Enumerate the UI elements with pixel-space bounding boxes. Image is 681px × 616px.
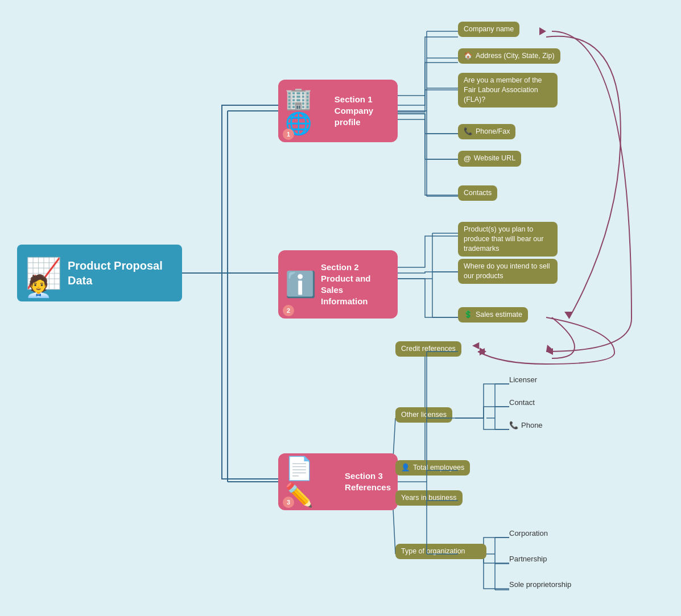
sub-contact: Contact xyxy=(509,398,535,407)
leaf-phone: 📞 Phone/Fax xyxy=(458,124,515,139)
leaf-credit: Credit references xyxy=(395,341,461,357)
section-3-num: 3 xyxy=(283,497,294,508)
partnership-label: Partnership xyxy=(509,555,547,563)
section-2-node: ℹ️ Section 2Product and SalesInformation… xyxy=(278,250,398,319)
leaf-years: Years in business xyxy=(395,490,463,506)
credit-label: Credit references xyxy=(401,344,456,354)
sub-phone: 📞 Phone xyxy=(509,421,543,429)
employee-icon: 👤 xyxy=(401,463,410,473)
root-node: 📈 Product Proposal Data 🧑‍💼 xyxy=(17,245,182,301)
fla-label: Are you a member of the Fair Labour Asso… xyxy=(464,76,552,105)
section-3-label: Section 3References xyxy=(345,470,391,494)
products-label: Product(s) you plan to produce that will… xyxy=(464,225,552,254)
phone-icon: 📞 xyxy=(464,127,473,137)
contact-label: Contact xyxy=(509,398,535,407)
section-1-icon: 🏢🌐 xyxy=(285,86,330,136)
person-icon: 🧑‍💼 xyxy=(25,274,52,299)
leaf-company-name: Company name xyxy=(458,22,519,37)
svg-marker-41 xyxy=(480,348,486,355)
section-2-label: Section 2Product and SalesInformation xyxy=(321,262,391,308)
company-name-label: Company name xyxy=(464,24,514,34)
contacts-label: Contacts xyxy=(464,188,492,198)
leaf-org-type: Type of organization xyxy=(395,544,486,559)
root-label: Product Proposal Data xyxy=(68,258,174,288)
sub-partnership: Partnership xyxy=(509,555,547,563)
section-1-num: 1 xyxy=(283,129,294,140)
leaf-total-employees: 👤 Total employees xyxy=(395,460,470,476)
section-1-node: 🏢🌐 Section 1Company profile 1 xyxy=(278,80,398,142)
at-icon: @ xyxy=(464,154,471,164)
sub-phone-icon: 📞 xyxy=(509,421,518,429)
svg-marker-38 xyxy=(546,348,553,355)
svg-marker-39 xyxy=(546,345,553,352)
address-label: Address (City, State, Zip) xyxy=(476,51,555,61)
leaf-sales: 💲 Sales estimate xyxy=(458,307,528,323)
sub-phone-label: Phone xyxy=(521,421,543,429)
section-2-num: 2 xyxy=(283,305,294,316)
leaf-contacts: Contacts xyxy=(458,185,497,201)
sub-corporation: Corporation xyxy=(509,529,548,538)
section-1-label: Section 1Company profile xyxy=(335,94,391,129)
section-2-icon: ℹ️ xyxy=(285,270,316,299)
svg-marker-1 xyxy=(564,312,572,319)
sales-label: Sales estimate xyxy=(476,310,522,320)
sub-licenser: Licenser xyxy=(509,375,537,384)
sell-label: Where do you intend to sell our products xyxy=(464,262,552,281)
leaf-products: Product(s) you plan to produce that will… xyxy=(458,222,558,257)
leaf-address: 🏠 Address (City, State, Zip) xyxy=(458,48,560,64)
sub-sole-prop: Sole proprietorship xyxy=(509,580,571,589)
corporation-label: Corporation xyxy=(509,529,548,538)
leaf-other-licenses: Other licenses xyxy=(395,407,452,423)
dollar-icon: 💲 xyxy=(464,310,473,320)
svg-marker-40 xyxy=(539,27,546,35)
other-licenses-label: Other licenses xyxy=(401,410,447,420)
leaf-fla: Are you a member of the Fair Labour Asso… xyxy=(458,73,558,108)
sole-prop-label: Sole proprietorship xyxy=(509,580,571,589)
leaf-sell: Where do you intend to sell our products xyxy=(458,259,558,284)
years-label: Years in business xyxy=(401,493,457,503)
licenser-label: Licenser xyxy=(509,375,537,384)
section-3-node: 📄✏️ Section 3References 3 xyxy=(278,453,398,510)
total-employees-label: Total employees xyxy=(413,463,464,473)
phone-label: Phone/Fax xyxy=(476,127,510,137)
leaf-website: @ Website URL xyxy=(458,151,521,167)
house-icon: 🏠 xyxy=(464,51,473,61)
credit-arrow: ◀ xyxy=(472,340,479,350)
org-type-label: Type of organization xyxy=(401,547,465,556)
website-label: Website URL xyxy=(474,154,515,163)
